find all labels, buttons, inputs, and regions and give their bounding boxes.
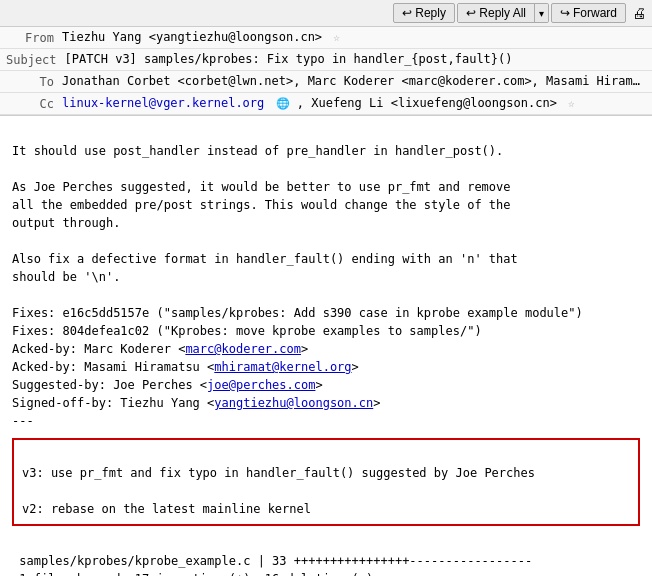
suggested-joe-link[interactable]: joe@perches.com bbox=[207, 378, 315, 392]
reply-button[interactable]: ↩ Reply bbox=[393, 3, 455, 23]
email-body: It should use post_handler instead of pr… bbox=[0, 116, 652, 576]
from-name: Tiezhu Yang <yangtiezhu@loongson.cn> bbox=[62, 30, 322, 44]
email-headers: From Tiezhu Yang <yangtiezhu@loongson.cn… bbox=[0, 27, 652, 116]
to-value: Jonathan Corbet <corbet@lwn.net>, Marc K… bbox=[62, 74, 646, 88]
cc-star2[interactable]: ☆ bbox=[568, 97, 575, 110]
toolbar: ↩ Reply ↩ Reply All ▾ ↪ Forward 🖨 bbox=[0, 0, 652, 27]
version-notes-box: v3: use pr_fmt and fix typo in handler_f… bbox=[12, 438, 640, 526]
cc-star: 🌐 bbox=[276, 97, 290, 110]
cc-label: Cc bbox=[6, 96, 54, 111]
version-notes: v3: use pr_fmt and fix typo in handler_f… bbox=[22, 466, 535, 516]
from-label: From bbox=[6, 30, 54, 45]
diff-section: samples/kprobes/kprobe_example.c | 33 ++… bbox=[12, 554, 590, 576]
to-field: To Jonathan Corbet <corbet@lwn.net>, Mar… bbox=[0, 71, 652, 93]
reply-label: Reply bbox=[415, 6, 446, 20]
reply-icon: ↩ bbox=[402, 6, 412, 20]
reply-all-label: Reply All bbox=[479, 6, 526, 20]
from-star-icon[interactable]: ☆ bbox=[333, 31, 340, 44]
forward-label: Forward bbox=[573, 6, 617, 20]
from-value: Tiezhu Yang <yangtiezhu@loongson.cn> ☆ bbox=[62, 30, 646, 44]
reply-all-button[interactable]: ↩ Reply All bbox=[458, 4, 535, 22]
reply-all-icon: ↩ bbox=[466, 6, 476, 20]
reply-all-split: ↩ Reply All ▾ bbox=[457, 3, 549, 23]
acked-masami-link[interactable]: mhiramat@kernel.org bbox=[214, 360, 351, 374]
forward-button[interactable]: ↪ Forward bbox=[551, 3, 626, 23]
signedoff-link[interactable]: yangtiezhu@loongson.cn bbox=[214, 396, 373, 410]
subject-label: Subject bbox=[6, 52, 57, 67]
from-field: From Tiezhu Yang <yangtiezhu@loongson.cn… bbox=[0, 27, 652, 49]
to-label: To bbox=[6, 74, 54, 89]
reply-all-dropdown[interactable]: ▾ bbox=[535, 4, 548, 22]
subject-field: Subject [PATCH v3] samples/kprobes: Fix … bbox=[0, 49, 652, 71]
cc-separator: , Xuefeng Li <lixuefeng@loongson.cn> bbox=[297, 96, 557, 110]
acked-marc-link[interactable]: marc@koderer.com bbox=[185, 342, 301, 356]
cc-field: Cc linux-kernel@vger.kernel.org 🌐 , Xuef… bbox=[0, 93, 652, 115]
cc-value: linux-kernel@vger.kernel.org 🌐 , Xuefeng… bbox=[62, 96, 646, 110]
print-icon[interactable]: 🖨 bbox=[632, 5, 646, 21]
cc-kernel-link[interactable]: linux-kernel@vger.kernel.org bbox=[62, 96, 264, 110]
forward-icon: ↪ bbox=[560, 6, 570, 20]
to-text: Jonathan Corbet <corbet@lwn.net>, Marc K… bbox=[62, 74, 646, 88]
body-intro: It should use post_handler instead of pr… bbox=[12, 144, 583, 428]
toolbar-buttons: ↩ Reply ↩ Reply All ▾ ↪ Forward 🖨 bbox=[393, 3, 646, 23]
subject-value: [PATCH v3] samples/kprobes: Fix typo in … bbox=[65, 52, 646, 66]
